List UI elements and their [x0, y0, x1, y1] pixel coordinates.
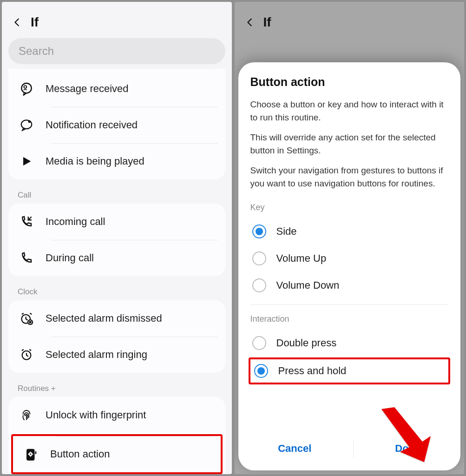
header: If	[235, 2, 465, 38]
list-item[interactable]: During call	[8, 240, 225, 276]
radio-icon	[252, 251, 266, 265]
radio-interaction-press-and-hold[interactable]: Press and hold	[249, 357, 451, 384]
list-item-button-action[interactable]: Button action	[11, 434, 223, 474]
list-item[interactable]: Notification received	[8, 107, 225, 143]
list-item[interactable]: Incoming call	[8, 204, 225, 240]
list-item-label: Unlock with fingerprint	[46, 409, 146, 421]
sheet-buttons: Cancel Done	[250, 430, 449, 462]
notification-icon	[18, 116, 35, 134]
radio-label: Volume Up	[276, 252, 327, 264]
done-button[interactable]: Done	[381, 435, 434, 462]
sheet-title: Button action	[250, 75, 449, 89]
screen-right-button-action-sheet: If Button action Choose a button or key …	[235, 2, 465, 474]
play-icon	[18, 152, 35, 170]
radio-icon	[252, 225, 266, 238]
interaction-section-label: Interaction	[250, 314, 449, 324]
svg-point-10	[30, 454, 31, 455]
sheet-desc: Choose a button or key and how to intera…	[250, 98, 449, 124]
card-routines: Unlock with fingerprint Button action	[8, 397, 225, 474]
search-input[interactable]	[8, 38, 225, 64]
list-item-label: Incoming call	[46, 216, 105, 228]
search-wrap	[2, 38, 232, 70]
cancel-button[interactable]: Cancel	[264, 435, 325, 462]
list-item-label: Message received	[46, 83, 129, 95]
radio-key-side[interactable]: Side	[250, 218, 449, 245]
back-icon[interactable]	[245, 17, 255, 27]
radio-label: Press and hold	[278, 365, 347, 377]
radio-interaction-double-press[interactable]: Double press	[250, 330, 449, 357]
card-clock: Selected alarm dismissed Selected alarm …	[8, 300, 225, 373]
page-title: If	[263, 15, 271, 30]
section-routines: Routines +	[2, 379, 232, 397]
radio-icon	[252, 278, 266, 292]
message-icon	[18, 80, 35, 98]
radio-label: Side	[276, 225, 297, 238]
fingerprint-icon	[18, 406, 35, 424]
bottom-sheet: Button action Choose a button or key and…	[238, 62, 461, 470]
radio-icon	[252, 336, 266, 350]
page-title: If	[31, 15, 39, 30]
alarm-dismissed-icon	[18, 310, 35, 327]
alarm-ringing-icon	[18, 346, 35, 364]
list-item-label: Selected alarm dismissed	[46, 312, 162, 324]
list-item[interactable]: Selected alarm ringing	[8, 337, 225, 373]
incoming-call-icon	[18, 213, 35, 231]
key-section-label: Key	[250, 203, 449, 212]
radio-icon	[254, 364, 268, 378]
section-call: Call	[2, 186, 232, 204]
sheet-desc: Switch your navigation from gestures to …	[250, 164, 449, 190]
svg-point-1	[24, 86, 26, 88]
header: If	[2, 2, 232, 38]
section-clock: Clock	[2, 283, 232, 300]
list-item-label: During call	[46, 252, 94, 264]
card-top: Message received Notification received M…	[8, 69, 225, 179]
list-item[interactable]: Unlock with fingerprint	[8, 397, 225, 433]
sheet-desc: This will override any action set for th…	[250, 131, 449, 157]
gear-button-icon	[22, 445, 40, 463]
svg-point-3	[28, 120, 31, 123]
radio-label: Double press	[276, 337, 337, 349]
list-item[interactable]: Media is being played	[8, 143, 225, 179]
list-item-label: Button action	[50, 448, 110, 460]
list-item-label: Notification received	[46, 119, 138, 131]
list-item-label: Selected alarm ringing	[46, 349, 147, 361]
list-item[interactable]: Selected alarm dismissed	[8, 300, 225, 337]
radio-key-volume-down[interactable]: Volume Down	[250, 272, 449, 299]
svg-rect-8	[35, 451, 37, 454]
list-item[interactable]: Message received	[8, 71, 225, 107]
radio-label: Volume Down	[276, 279, 340, 291]
divider	[353, 439, 354, 458]
screen-left-if-list: If Message received Notification receive…	[2, 2, 232, 474]
divider	[250, 304, 449, 305]
back-icon[interactable]	[12, 17, 22, 27]
list-item-label: Media is being played	[46, 155, 144, 167]
card-call: Incoming call During call	[8, 204, 225, 276]
radio-key-volume-up[interactable]: Volume Up	[250, 245, 449, 272]
during-call-icon	[18, 249, 35, 267]
